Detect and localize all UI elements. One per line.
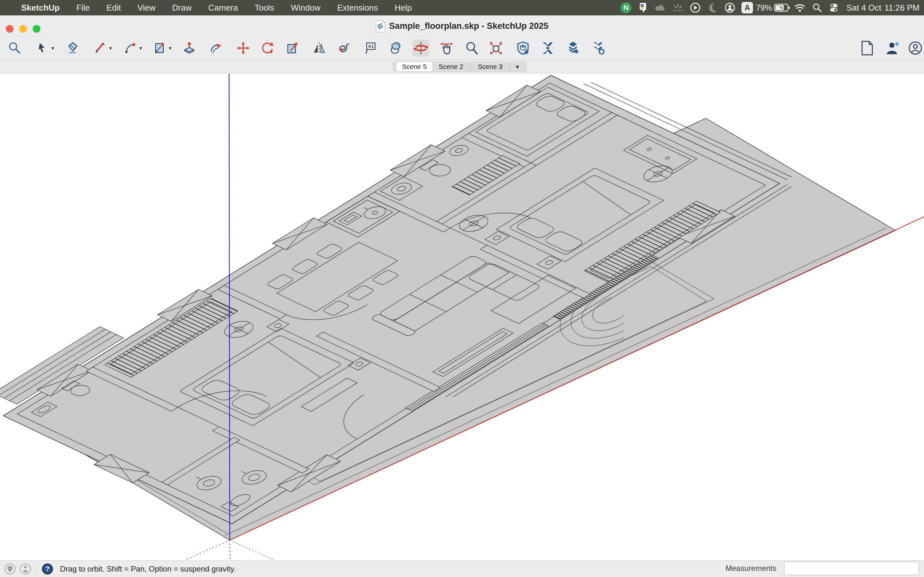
text-tool-icon: A1 [363,41,376,55]
paint-bucket-tool-button[interactable] [387,39,404,57]
zoom-tool-button[interactable] [463,39,480,57]
send-to-layout-tool-button[interactable] [564,39,582,57]
scene-tab-3[interactable]: Scene 3 [472,62,508,71]
zoom-extents-tool-button[interactable] [487,39,505,57]
scene-tab-1[interactable]: Scene 5 [396,61,433,72]
extension-warehouse-tool-button[interactable] [539,39,556,57]
menu-item-camera[interactable]: Camera [200,3,246,13]
tool-hint-text: Drag to orbit. Shift = Pan, Option = sus… [60,564,236,574]
battery-percent: 79% [756,3,772,13]
measurements-input[interactable] [784,562,919,575]
layers-arrow-icon [566,41,580,55]
rotate-tool-button[interactable] [258,39,276,57]
vpn-status-icon[interactable]: N [617,0,635,15]
tab-separator [470,63,471,70]
scene-tab-strip: Scene 5 Scene 2 Scene 3 ▼ [0,60,924,73]
menu-item-file[interactable]: File [68,3,98,13]
shapes-dropdown-caret[interactable]: ▼ [168,46,172,51]
shapes-tool-button[interactable] [151,39,168,57]
pin-flag-icon[interactable] [635,0,652,15]
select-cursor-icon [35,41,49,55]
pan-tool-button[interactable] [438,39,455,57]
menu-item-tools[interactable]: Tools [246,3,283,13]
search-tool-button[interactable] [6,39,23,57]
orbit-icon [414,41,428,55]
zoom-icon [465,41,479,55]
floorplan-model [0,74,924,560]
menu-item-draw[interactable]: Draw [164,3,200,13]
cloud-icon[interactable] [652,0,669,15]
pan-icon [439,41,454,55]
flip-tool-button[interactable] [310,39,328,57]
rectangle-shape-icon [152,41,166,55]
tape-measure-tool-button[interactable] [334,39,352,57]
add-collaborator-button[interactable] [884,39,901,57]
tape-measure-icon [336,41,351,55]
new-document-button[interactable] [859,39,876,57]
select-dropdown-caret[interactable]: ▼ [51,46,55,51]
menu-item-extensions[interactable]: Extensions [329,3,386,13]
moon-icon[interactable] [704,0,721,15]
search-icon [7,41,21,55]
control-center-icon[interactable] [826,0,843,15]
line-dropdown-caret[interactable]: ▼ [108,46,113,51]
push-pull-tool-button[interactable] [181,39,198,57]
menu-clock-date[interactable]: Sat 4 Oct [846,3,881,13]
flip-icon [312,41,326,55]
rotate-icon [260,41,274,55]
scale-tool-button[interactable] [284,39,301,57]
eraser-icon [66,41,80,55]
3d-warehouse-icon [516,41,530,55]
account-icon [908,41,923,55]
orbit-tool-button[interactable] [412,39,430,57]
chevron-x-icon [541,41,555,55]
text-tool-button[interactable]: A1 [361,39,378,57]
geolocation-status-icon[interactable] [5,564,15,574]
y-axis-dotted [230,540,275,560]
eraser-tool-button[interactable] [64,39,81,57]
sketchup-document-icon [376,20,385,32]
wifi-icon[interactable] [791,0,809,15]
menu-item-help[interactable]: Help [386,3,420,13]
account-button[interactable] [907,39,924,57]
main-toolbar: ▼ ▼ ▼ ▼ A1 [0,37,924,60]
menu-item-window[interactable]: Window [282,3,328,13]
sparkle-icon[interactable] [669,0,687,15]
arc-tool-button[interactable] [121,39,139,57]
window-title: Sample_floorplan.skp - SketchUp 2025 [389,21,549,31]
scene-tab-2[interactable]: Scene 2 [433,62,469,71]
move-icon [236,41,250,55]
new-document-icon [861,41,874,55]
credits-status-icon[interactable] [20,564,31,574]
play-status-icon[interactable] [687,0,704,15]
input-source-icon[interactable]: A [738,0,756,15]
pencil-icon [93,41,107,55]
arc-icon [123,41,137,55]
status-divider [37,564,37,574]
extension-manager-tool-button[interactable] [590,39,607,57]
chevron-gear-icon [591,41,605,55]
measurements-label: Measurements [725,564,776,573]
menu-item-view[interactable]: View [129,3,164,13]
menu-clock-time[interactable]: 11:26 PM [885,3,919,13]
arc-dropdown-caret[interactable]: ▼ [139,46,143,51]
move-tool-button[interactable] [234,39,252,57]
follow-me-tool-button[interactable] [207,39,224,57]
warehouse-tool-button[interactable] [514,39,531,57]
menu-bar: SketchUp File Edit View Draw Camera Tool… [0,0,924,15]
menu-item-edit[interactable]: Edit [98,3,129,13]
help-icon[interactable]: ? [42,564,53,574]
user-status-icon[interactable] [721,0,738,15]
add-person-icon [885,41,900,55]
scene-tabs-dropdown-caret[interactable]: ▼ [511,64,523,69]
paint-bucket-icon [389,41,403,55]
text-tool-glyph: A1 [368,44,374,49]
spotlight-search-icon[interactable] [809,0,826,15]
menu-item-app[interactable]: SketchUp [11,3,68,13]
push-pull-icon [182,41,196,55]
battery-icon[interactable] [774,0,791,15]
modeling-viewport[interactable] [0,74,924,560]
select-tool-button[interactable] [33,39,51,57]
tab-separator [509,63,510,70]
line-tool-button[interactable] [91,39,108,57]
